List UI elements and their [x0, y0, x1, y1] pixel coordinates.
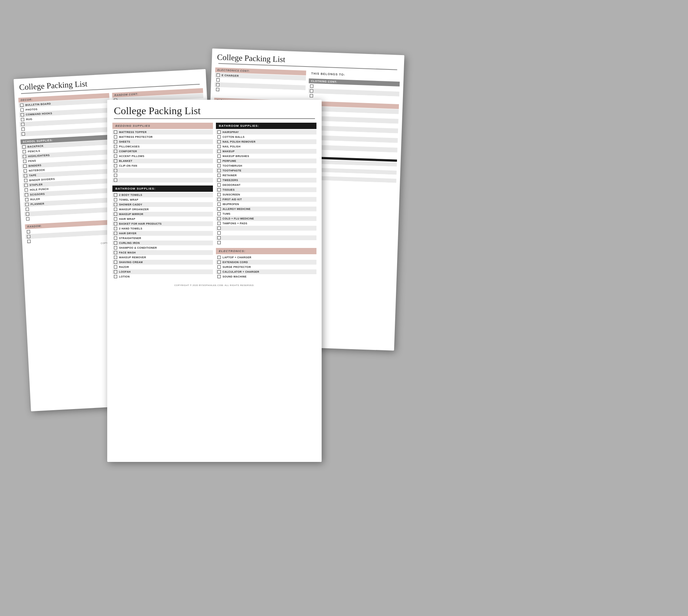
checkbox[interactable] [26, 208, 29, 211]
belongs-to: THIS BELONGS TO: [309, 71, 400, 79]
checkbox[interactable] [114, 174, 117, 177]
checkbox[interactable] [310, 94, 313, 97]
checkbox[interactable] [20, 103, 23, 107]
checkbox[interactable] [114, 256, 117, 259]
checkbox[interactable] [217, 256, 221, 259]
checkbox[interactable] [114, 150, 117, 153]
checkbox[interactable] [217, 140, 221, 143]
checkbox[interactable] [114, 178, 117, 182]
checkbox[interactable] [24, 188, 28, 192]
list-item: LOOFAH [112, 269, 213, 274]
checkbox[interactable] [114, 145, 117, 148]
checkbox[interactable] [217, 198, 221, 201]
checkbox[interactable] [27, 239, 31, 243]
checkbox[interactable] [114, 198, 117, 201]
checkbox[interactable] [114, 265, 117, 269]
checkbox[interactable] [217, 222, 221, 225]
checkbox[interactable] [25, 203, 28, 206]
checkbox[interactable] [217, 188, 221, 191]
checkbox[interactable] [27, 235, 30, 238]
checkbox[interactable] [217, 212, 221, 215]
electronics-header: ELECTRONICS: [216, 248, 316, 254]
checkbox[interactable] [114, 261, 117, 264]
checkbox[interactable] [21, 118, 24, 121]
checkbox[interactable] [217, 154, 221, 158]
checkbox[interactable] [24, 179, 27, 182]
checkbox[interactable] [114, 232, 117, 235]
checkbox[interactable] [114, 227, 117, 230]
checkbox[interactable] [216, 78, 220, 82]
checkbox[interactable] [217, 130, 221, 134]
checkbox[interactable] [114, 270, 117, 273]
checkbox[interactable] [217, 169, 221, 172]
checkbox[interactable] [217, 236, 221, 239]
checkbox[interactable] [24, 169, 27, 173]
checkbox[interactable] [22, 145, 26, 149]
checkbox[interactable] [114, 246, 117, 249]
checkbox[interactable] [114, 275, 117, 278]
checkbox[interactable] [25, 198, 28, 201]
checkbox[interactable] [217, 178, 221, 182]
checkbox[interactable] [217, 193, 221, 196]
checkbox[interactable] [114, 135, 117, 139]
checkbox[interactable] [217, 207, 221, 211]
list-item: DEODORANT [216, 183, 316, 187]
checkbox[interactable] [217, 217, 221, 220]
bathroom2-header: BATHROOM SUPPLIES: [216, 123, 316, 129]
checkbox[interactable] [217, 241, 221, 244]
checkbox[interactable] [217, 265, 221, 269]
list-item: HAIRSPRAY [216, 130, 316, 135]
checkbox[interactable] [114, 251, 117, 254]
checkbox[interactable] [21, 132, 25, 136]
checkbox[interactable] [217, 261, 221, 264]
checkbox[interactable] [27, 230, 30, 233]
checkbox[interactable] [217, 150, 221, 153]
checkbox[interactable] [217, 227, 221, 230]
checkbox[interactable] [23, 150, 26, 153]
checkbox[interactable] [217, 135, 221, 139]
checkbox[interactable] [26, 212, 29, 216]
checkbox[interactable] [21, 123, 24, 126]
checkbox[interactable] [216, 88, 219, 91]
checkbox[interactable] [217, 145, 221, 148]
checkbox[interactable] [23, 155, 26, 158]
list-item: MAKEUP ORGANIZER [112, 207, 213, 212]
checkbox[interactable] [114, 159, 117, 163]
checkbox[interactable] [23, 164, 27, 168]
checkbox[interactable] [114, 208, 117, 211]
checkbox[interactable] [114, 203, 117, 206]
checkbox[interactable] [216, 83, 220, 86]
checkbox[interactable] [25, 193, 28, 197]
checkbox[interactable] [114, 140, 117, 143]
checkbox[interactable] [114, 236, 117, 240]
checkbox[interactable] [114, 217, 117, 221]
checkbox[interactable] [114, 222, 117, 225]
checkbox[interactable] [20, 108, 24, 112]
checkbox[interactable] [114, 212, 117, 216]
checkbox[interactable] [310, 84, 314, 88]
checkbox[interactable] [114, 241, 117, 245]
checkbox[interactable] [217, 231, 221, 235]
checkbox[interactable] [21, 127, 25, 131]
empty-item [216, 231, 316, 235]
list-item: SOUND MACHINE [216, 274, 316, 279]
checkbox[interactable] [114, 130, 117, 134]
checkbox[interactable] [217, 203, 221, 206]
checkbox[interactable] [24, 184, 28, 187]
checkbox[interactable] [217, 275, 221, 278]
checkbox[interactable] [217, 270, 221, 273]
checkbox[interactable] [114, 154, 117, 158]
checkbox[interactable] [26, 217, 29, 221]
checkbox[interactable] [21, 113, 24, 116]
checkbox[interactable] [114, 164, 117, 167]
checkbox[interactable] [217, 159, 221, 163]
checkbox[interactable] [217, 174, 221, 177]
checkbox[interactable] [114, 193, 117, 197]
checkbox[interactable] [310, 89, 313, 92]
checkbox[interactable] [114, 169, 117, 172]
checkbox[interactable] [217, 183, 221, 187]
checkbox[interactable] [23, 160, 26, 163]
checkbox[interactable] [216, 74, 220, 77]
checkbox[interactable] [217, 164, 221, 167]
checkbox[interactable] [24, 174, 27, 177]
